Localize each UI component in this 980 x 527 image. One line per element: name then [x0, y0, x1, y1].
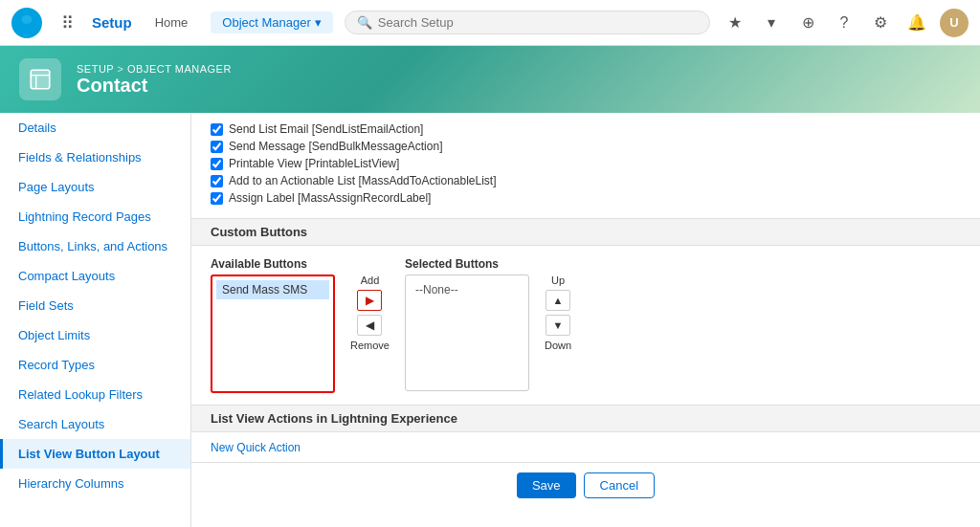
breadcrumb: SETUP > OBJECT MANAGER	[77, 63, 232, 75]
salesforce-logo	[11, 8, 42, 38]
custom-buttons-section: Available Buttons Send Mass SMS Add ▶ ◀ …	[191, 246, 980, 405]
available-buttons-list: Send Mass SMS	[212, 276, 333, 391]
available-buttons-group: Available Buttons Send Mass SMS	[211, 257, 335, 393]
checkbox-label-printable-view: Printable View [PrintableListView]	[229, 157, 399, 170]
checkbox-label-add-actionable: Add to an Actionable List [MassAddToActi…	[229, 174, 497, 187]
checkbox-assign-label[interactable]	[211, 192, 223, 205]
buttons-columns: Available Buttons Send Mass SMS Add ▶ ◀ …	[211, 257, 961, 393]
selected-buttons-box: --None--	[405, 274, 529, 391]
object-manager-tab[interactable]: Object Manager ▾	[211, 11, 333, 33]
checkbox-row-send-list-email: Send List Email [SendListEmailAction]	[211, 121, 961, 138]
lightning-section-header: List View Actions in Lightning Experienc…	[191, 405, 980, 432]
checkbox-row-send-message: Send Message [SendBulkMessageAction]	[211, 138, 961, 155]
add-label: Add	[361, 274, 380, 286]
custom-buttons-section-header: Custom Buttons	[191, 218, 980, 246]
breadcrumb-setup-link[interactable]: SETUP	[77, 63, 114, 75]
sidebar-item-list-view-button-layout[interactable]: List View Button Layout	[0, 439, 190, 469]
available-buttons-box: Send Mass SMS	[211, 274, 335, 393]
remove-label: Remove	[350, 340, 390, 351]
sidebar-item-object-limits[interactable]: Object Limits	[0, 320, 190, 350]
search-icon: 🔍	[357, 15, 372, 30]
home-nav-button[interactable]: Home	[144, 11, 200, 33]
top-navigation: ⠿ Setup Home Object Manager ▾ 🔍 ★ ▾ ⊕ ? …	[0, 0, 980, 46]
checkbox-printable-view[interactable]	[211, 158, 223, 170]
down-button[interactable]: ▼	[546, 315, 570, 336]
selected-buttons-placeholder: --None--	[410, 279, 524, 300]
sidebar-item-record-types[interactable]: Record Types	[0, 350, 190, 380]
lightning-content: New Quick Action	[191, 432, 980, 462]
sidebar-item-related-lookup-filters[interactable]: Related Lookup Filters	[0, 380, 190, 409]
sidebar-item-fields-relationships[interactable]: Fields & Relationships	[0, 143, 190, 172]
transfer-controls: Add ▶ ◀ Remove	[350, 257, 390, 351]
app-name-label: Setup	[92, 14, 132, 31]
favorites-dropdown-icon[interactable]: ▾	[758, 10, 785, 36]
avatar[interactable]: U	[940, 9, 969, 37]
gear-icon[interactable]: ⚙	[867, 10, 894, 36]
available-button-send-mass-sms[interactable]: Send Mass SMS	[216, 280, 329, 299]
svg-rect-4	[31, 70, 50, 89]
selected-buttons-list: --None--	[406, 275, 528, 390]
object-icon	[19, 58, 61, 100]
save-button[interactable]: Save	[517, 472, 576, 498]
page-title: Contact	[77, 75, 232, 97]
chevron-down-icon: ▾	[315, 15, 322, 30]
breadcrumb-sep: >	[118, 63, 127, 75]
checkbox-add-actionable[interactable]	[211, 175, 223, 187]
sidebar-item-hierarchy-columns[interactable]: Hierarchy Columns	[0, 469, 190, 498]
sidebar-item-compact-layouts[interactable]: Compact Layouts	[0, 261, 190, 291]
help-icon[interactable]: ?	[831, 10, 858, 36]
new-quick-action-link[interactable]: New Quick Action	[211, 441, 301, 454]
add-icon[interactable]: ⊕	[794, 10, 821, 36]
remove-button[interactable]: ◀	[357, 315, 382, 336]
checkbox-label-assign-label: Assign Label [MassAssignRecordLabel]	[229, 191, 431, 205]
header-band: SETUP > OBJECT MANAGER Contact	[0, 46, 980, 113]
header-text-group: SETUP > OBJECT MANAGER Contact	[77, 63, 232, 97]
down-label: Down	[545, 340, 571, 351]
favorites-icon[interactable]: ★	[722, 10, 748, 36]
sidebar-item-details[interactable]: Details	[0, 113, 190, 143]
checkbox-label-send-list-email: Send List Email [SendListEmailAction]	[229, 122, 423, 136]
sidebar-item-search-layouts[interactable]: Search Layouts	[0, 409, 190, 439]
checkbox-row-add-actionable: Add to an Actionable List [MassAddToActi…	[211, 172, 961, 189]
order-controls: Up ▲ ▼ Down	[545, 257, 571, 351]
checkbox-send-list-email[interactable]	[211, 123, 223, 136]
sidebar-item-lightning-record-pages[interactable]: Lightning Record Pages	[0, 202, 190, 231]
content-area: Send List Email [SendListEmailAction] Se…	[191, 113, 980, 527]
svg-point-3	[22, 14, 33, 23]
checkbox-label-send-message: Send Message [SendBulkMessageAction]	[229, 140, 442, 153]
notification-icon[interactable]: 🔔	[903, 10, 930, 36]
selected-buttons-group: Selected Buttons --None--	[405, 257, 529, 391]
sidebar: Details Fields & Relationships Page Layo…	[0, 113, 191, 527]
search-input[interactable]	[378, 15, 698, 30]
custom-buttons-label: Custom Buttons	[211, 225, 307, 239]
waffle-menu-icon[interactable]: ⠿	[54, 10, 80, 36]
up-label: Up	[551, 274, 565, 286]
nav-icons-group: ★ ▾ ⊕ ? ⚙ 🔔 U	[722, 9, 969, 37]
main-layout: Details Fields & Relationships Page Layo…	[0, 113, 980, 527]
up-button[interactable]: ▲	[546, 290, 570, 311]
sidebar-item-field-sets[interactable]: Field Sets	[0, 291, 190, 320]
object-manager-tab-label: Object Manager	[222, 15, 311, 30]
available-buttons-label: Available Buttons	[211, 257, 335, 271]
save-cancel-bar: Save Cancel	[191, 462, 980, 508]
search-bar[interactable]: 🔍	[345, 11, 710, 34]
lightning-section-label: List View Actions in Lightning Experienc…	[211, 411, 457, 426]
checkbox-row-assign-label: Assign Label [MassAssignRecordLabel]	[211, 189, 961, 207]
checkbox-list: Send List Email [SendListEmailAction] Se…	[191, 113, 980, 210]
checkbox-row-printable-view: Printable View [PrintableListView]	[211, 155, 961, 172]
selected-buttons-label: Selected Buttons	[405, 257, 529, 271]
sidebar-item-buttons-links-actions[interactable]: Buttons, Links, and Actions	[0, 231, 190, 261]
cancel-button[interactable]: Cancel	[584, 472, 655, 498]
breadcrumb-om-link[interactable]: OBJECT MANAGER	[127, 63, 232, 75]
add-button[interactable]: ▶	[357, 290, 382, 311]
sidebar-item-page-layouts[interactable]: Page Layouts	[0, 172, 190, 202]
checkbox-send-message[interactable]	[211, 141, 223, 153]
